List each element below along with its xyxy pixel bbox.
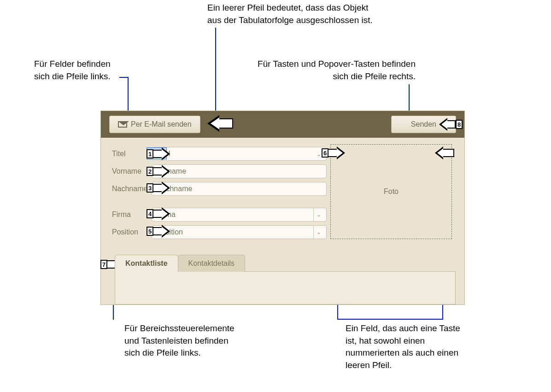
tab-order-arrow-empty-foto [435,146,454,159]
field-label: Position [110,228,152,236]
tab-order-arrow-1: 1 [147,147,170,160]
photo-label: Foto [384,187,399,196]
email-button[interactable]: Per E-Mail senden [109,116,200,133]
tab-order-arrow-4: 4 [147,207,170,220]
tab-order-arrow-2: 2 [147,165,170,178]
tab-order-arrow-5: 5 [147,225,170,238]
field-label: Titel [110,150,152,158]
field-nachname[interactable]: Nachname [152,182,327,196]
callout-fields-left: Für Felder befindensich die Pfeile links… [34,58,140,82]
field-firma[interactable]: Firma ⌄ [152,208,327,222]
tab-order-arrow-empty [207,115,233,132]
tab-order-number: 4 [147,209,153,218]
tab-order-number: 7 [100,260,107,269]
chevron-down-icon[interactable]: ⌄ [313,208,323,221]
tab-order-number: 3 [147,183,153,193]
tab-order-number: 5 [147,227,153,236]
tab-order-number: 2 [147,167,153,176]
callout-buttons-right: Für Tasten und Popover-Tasten befindensi… [204,58,416,82]
tab-order-number: 8 [456,120,463,129]
tab-order-arrow-8: 8 [439,118,463,131]
tab-bar: Kontaktliste Kontaktdetails [115,255,456,272]
field-titel[interactable]: Titel ⌄ [152,147,327,161]
mail-icon [118,121,127,128]
send-button-label: Senden [411,120,436,129]
tab-kontaktdetails[interactable]: Kontaktdetails [178,255,246,272]
email-button-label: Per E-Mail senden [131,120,192,129]
pointer-line [337,319,443,320]
callout-panels-left: Für Bereichssteuerelementeund Tastenleis… [124,322,272,359]
field-label: Nachname [110,185,152,193]
field-label: Vorname [110,167,152,176]
field-label: Firma [110,211,152,219]
callout-field-button: Ein Feld, das auch eine Tasteist, hat so… [346,322,498,371]
tab-kontaktliste[interactable]: Kontaktliste [115,255,178,272]
photo-container[interactable]: Foto [330,144,452,239]
callout-empty-arrow: Ein leerer Pfeil bedeutet, dass das Obje… [207,2,438,26]
pointer-line [215,28,216,123]
tab-order-number: 6 [322,148,328,158]
tab-order-arrow-3: 3 [147,181,170,194]
tab-panel [115,271,456,304]
chevron-down-icon[interactable]: ⌄ [313,226,323,239]
chevron-down-icon: ⌄ [317,151,322,158]
tab-order-number: 1 [147,149,153,158]
pointer-line [119,77,129,78]
field-position[interactable]: Position ⌄ [152,225,327,239]
field-vorname[interactable]: Vorname [152,164,327,178]
tab-order-arrow-6: 6 [322,146,345,159]
toolbar: Per E-Mail senden Senden [101,111,464,138]
